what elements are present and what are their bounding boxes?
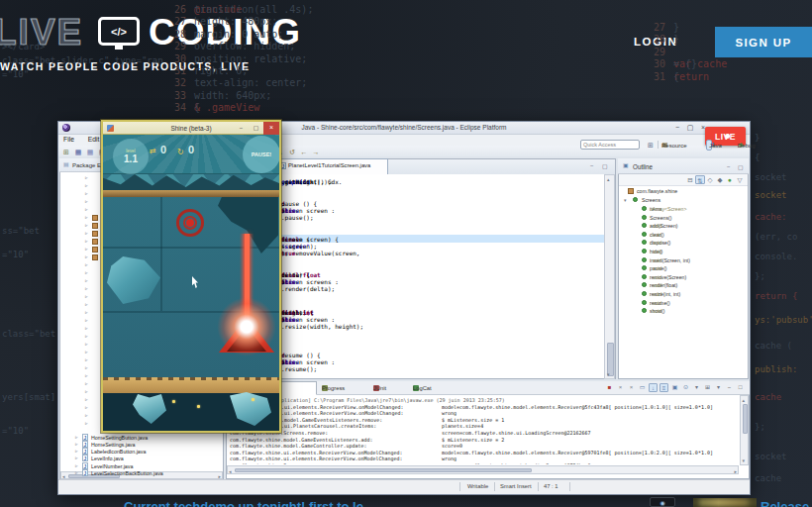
- tree-expand-icon[interactable]: ▹: [85, 309, 88, 315]
- outline-package[interactable]: com.flawyte.shine: [637, 188, 677, 194]
- tree-expand-icon[interactable]: ▹: [85, 222, 88, 228]
- tree-expand-icon[interactable]: ▹: [85, 246, 88, 252]
- tree-expand-icon[interactable]: ▹: [85, 198, 88, 204]
- menu-item-file[interactable]: File: [63, 136, 74, 143]
- tab-progress[interactable]: Progress: [319, 381, 368, 395]
- console-output[interactable]: plication] C:\Program Files\Java\jre7\bi…: [228, 395, 739, 464]
- editor-vscrollbar[interactable]: ▴ ▾: [604, 174, 615, 379]
- outline-minimize-icon[interactable]: −: [727, 163, 731, 169]
- open-console-icon[interactable]: ⊞: [703, 383, 712, 392]
- tree-expand-icon[interactable]: ▹: [85, 277, 88, 283]
- tree-expand-icon[interactable]: ▹: [85, 301, 88, 307]
- show-stdin-icon[interactable]: ▣: [670, 383, 679, 392]
- tree-expand-icon[interactable]: ▹: [85, 261, 88, 267]
- word-wrap-icon[interactable]: ≡: [660, 383, 668, 392]
- game-minimize-button[interactable]: −: [235, 122, 248, 134]
- clear-console-icon[interactable]: ▭: [638, 383, 647, 392]
- tree-expand-icon[interactable]: ▹: [85, 420, 88, 426]
- pin-console-icon[interactable]: ⊙: [681, 383, 690, 392]
- code-editor[interactable]: esize(Gdx.graphics.getWidth(), Gdx.graph…: [228, 174, 604, 378]
- tree-expand-icon[interactable]: ▹: [85, 341, 88, 347]
- save-all-icon[interactable]: ▦: [85, 148, 95, 157]
- minimize-icon[interactable]: −: [725, 383, 734, 392]
- tree-expand-icon[interactable]: ▹: [75, 462, 78, 468]
- tree-expand-icon[interactable]: ▹: [85, 269, 88, 275]
- tree-item-file[interactable]: LabeledIconButton.java: [91, 449, 146, 455]
- hide-fields-icon[interactable]: ◇: [705, 175, 715, 184]
- tree-expand-icon[interactable]: ▹: [75, 448, 78, 454]
- tree-expand-icon[interactable]: ▹: [85, 356, 88, 362]
- hide-static-icon[interactable]: ◆: [715, 175, 725, 184]
- bg-code-token: margin: 0 auto;: [194, 29, 283, 40]
- tab-junit[interactable]: JUnit: [370, 381, 410, 395]
- open-perspective-icon[interactable]: ⊞: [646, 141, 656, 151]
- outline-maximize-icon[interactable]: ▢: [738, 163, 744, 170]
- scroll-lock-icon[interactable]: ↓: [649, 383, 658, 392]
- save-icon[interactable]: ▦: [73, 148, 83, 157]
- quick-access-input[interactable]: Quick Access: [580, 140, 640, 150]
- tree-expand-icon[interactable]: ▹: [85, 364, 88, 370]
- tree-expand-icon[interactable]: ▹: [85, 325, 88, 331]
- signup-button[interactable]: SIGN UP: [715, 27, 812, 57]
- tree-item-file[interactable]: LevelSelectionBackButton.java: [91, 470, 163, 476]
- tree-expand-icon[interactable]: ▹: [85, 230, 88, 236]
- maximize-button[interactable]: ▢: [684, 123, 696, 133]
- game-maximize-button[interactable]: ▢: [250, 122, 262, 134]
- game-window[interactable]: Shine (beta-3) − ▢ ×: [101, 120, 281, 433]
- perspective-java[interactable]: JJava: [706, 140, 712, 151]
- console-hscrollbar[interactable]: ◂ ▸: [227, 465, 739, 474]
- tree-expand-icon[interactable]: ▹: [85, 190, 88, 196]
- remove-launch-icon[interactable]: ×: [616, 383, 625, 392]
- tree-expand-icon[interactable]: ▹: [85, 396, 88, 402]
- last-edit-icon[interactable]: ↺: [287, 148, 297, 157]
- collapse-all-icon[interactable]: ⊟: [685, 175, 695, 184]
- tree-expand-icon[interactable]: ▹: [85, 388, 88, 394]
- back-icon[interactable]: ←: [299, 148, 309, 157]
- tree-expand-icon[interactable]: ▹: [75, 441, 78, 447]
- console-dropdown-icon[interactable]: ▾: [714, 383, 723, 392]
- tab-outline[interactable]: Outline: [633, 163, 653, 170]
- tree-expand-icon[interactable]: ▹: [85, 293, 88, 299]
- tree-expand-icon[interactable]: ▹: [75, 434, 78, 440]
- menu-item-edit[interactable]: Edit: [88, 136, 100, 143]
- tree-expand-icon[interactable]: ▹: [85, 285, 88, 291]
- console-vscrollbar[interactable]: ▴ ▾: [740, 395, 749, 465]
- tree-item-file[interactable]: LevelInfo.java: [91, 456, 124, 461]
- tree-expand-icon[interactable]: ▹: [85, 206, 88, 212]
- hide-non-public-icon[interactable]: ●: [725, 175, 735, 184]
- outline-class[interactable]: Screens: [642, 197, 660, 203]
- tree-expand-icon[interactable]: ▹: [85, 182, 88, 188]
- tree-expand-icon[interactable]: ▹: [85, 333, 88, 339]
- maximize-icon[interactable]: □: [736, 383, 745, 392]
- tree-expand-icon[interactable]: ▹: [85, 174, 88, 180]
- tree-item-file[interactable]: LevelNumber.java: [91, 463, 133, 469]
- editor-maximize-icon[interactable]: ▢: [602, 162, 608, 169]
- view-menu-icon[interactable]: ▽: [735, 175, 745, 184]
- tree-expand-icon[interactable]: ▹: [75, 455, 78, 460]
- tree-item-file[interactable]: HomeSettings.java: [91, 442, 135, 448]
- remove-all-launches-icon[interactable]: ×: [627, 383, 636, 392]
- tree-expand-icon[interactable]: ▹: [85, 317, 88, 323]
- tab-logcat[interactable]: LogCat: [410, 381, 454, 395]
- tree-expand-icon[interactable]: ▹: [85, 349, 88, 355]
- tree-expand-icon[interactable]: ▹: [85, 372, 88, 378]
- tree-expand-icon[interactable]: ▹: [85, 412, 88, 418]
- forward-icon[interactable]: →: [311, 148, 321, 157]
- tree-expand-icon[interactable]: ▾: [624, 197, 627, 203]
- pause-button[interactable]: PAUSE!: [243, 136, 279, 173]
- new-wizard-icon[interactable]: ⊞: [61, 148, 71, 157]
- tree-expand-icon[interactable]: ▹: [85, 404, 88, 410]
- tree-expand-icon[interactable]: ▹: [75, 469, 78, 475]
- tree-expand-icon[interactable]: ▹: [85, 254, 88, 259]
- game-close-button[interactable]: ×: [263, 122, 279, 135]
- tree-expand-icon[interactable]: ▹: [85, 380, 88, 386]
- tree-expand-icon[interactable]: ▹: [85, 238, 88, 244]
- tree-item-file[interactable]: HomeSettingButton.java: [91, 435, 148, 441]
- minimize-button[interactable]: −: [671, 123, 683, 133]
- display-console-icon[interactable]: ▾: [692, 383, 701, 392]
- editor-minimize-icon[interactable]: −: [590, 162, 594, 168]
- tree-expand-icon[interactable]: ▹: [85, 214, 88, 220]
- sort-icon[interactable]: ⇅: [695, 175, 705, 184]
- terminate-icon[interactable]: ■: [605, 383, 614, 392]
- footer-video-icon[interactable]: ◉: [650, 497, 675, 507]
